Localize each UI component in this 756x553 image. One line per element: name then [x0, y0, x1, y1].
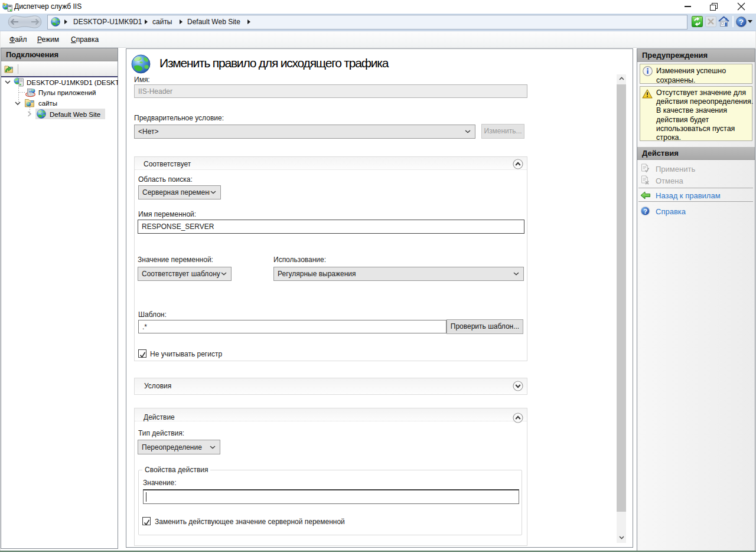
svg-text:?: ?: [643, 208, 647, 215]
svg-text:?: ?: [739, 18, 744, 27]
